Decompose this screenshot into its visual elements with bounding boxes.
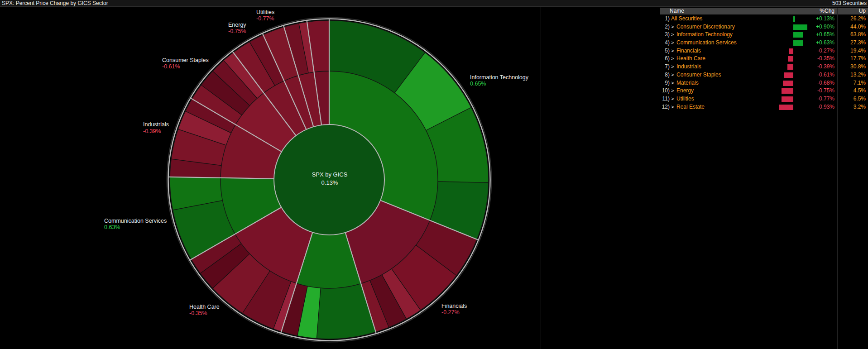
sector-name[interactable]: Real Estate (676, 103, 705, 111)
sector-label-value-communication-services: 0.63% (104, 224, 120, 230)
table-row[interactable]: 9)>Materials-0.68%7.1% (660, 79, 868, 87)
chevron-right-icon: > (671, 31, 676, 39)
table-row[interactable]: 2)>Consumer Discretionary+0.90%44.0% (660, 23, 868, 31)
chg-bar (788, 56, 793, 62)
table-row[interactable]: 8)>Consumer Staples-0.61%13.2% (660, 71, 868, 79)
table-row[interactable]: 10)>Energy-0.75%4.5% (660, 87, 868, 95)
chg-bar (782, 88, 793, 94)
sector-label-value-health-care: -0.35% (189, 310, 207, 316)
table-row[interactable]: 12)>Real Estate-0.93%3.2% (660, 103, 868, 111)
table-row[interactable]: 11)>Utilities-0.77%6.5% (660, 95, 868, 103)
table-row[interactable]: 3)>Information Technology+0.65%63.8% (660, 31, 868, 39)
chg-value: +0.65% (803, 31, 834, 39)
sector-name[interactable]: Consumer Discretionary (676, 23, 735, 31)
chg-bar (793, 40, 803, 46)
chevron-right-icon: > (671, 71, 676, 79)
chg-bar (787, 64, 793, 70)
chevron-right-icon: > (671, 47, 676, 55)
up-percent: 26.2% (839, 15, 866, 23)
sunburst-chart-panel: SPX by GICS0.13%Information Technology0.… (0, 7, 541, 349)
sector-label-financials: Financials (441, 303, 467, 309)
chg-bar (789, 48, 793, 54)
sector-label-value-industrials: -0.39% (143, 128, 161, 134)
chg-value: -0.39% (803, 63, 834, 71)
chg-bar (782, 96, 793, 102)
header-up: Up (859, 8, 866, 14)
chevron-right-icon: > (671, 55, 676, 63)
table-row[interactable]: 4)>Communication Services+0.63%27.3% (660, 39, 868, 47)
row-number: 10) (660, 87, 670, 95)
center-value: 0.13% (321, 179, 338, 186)
table-row[interactable]: 5)>Financials-0.27%19.4% (660, 47, 868, 55)
sector-label-value-consumer-staples: -0.61% (162, 63, 180, 70)
sector-name[interactable]: Energy (676, 87, 694, 95)
sector-name[interactable]: Utilities (676, 95, 694, 103)
sector-label-industrials: Industrials (143, 121, 169, 128)
row-number: 8) (660, 71, 670, 79)
sector-label-value-information-technology: 0.65% (470, 81, 486, 87)
chevron-right-icon: > (671, 79, 676, 87)
chg-value: -0.35% (803, 55, 834, 63)
sunburst-chart: SPX by GICS0.13%Information Technology0.… (0, 0, 660, 349)
sector-label-value-financials: -0.27% (441, 309, 460, 316)
row-number: 2) (660, 23, 670, 31)
sector-table-panel: Name %Chg Up 1)All Securities+0.13%26.2%… (660, 0, 868, 349)
table-row[interactable]: 6)>Health Care-0.35%17.7% (660, 55, 868, 63)
chg-bar (779, 105, 793, 110)
sector-name[interactable]: Health Care (676, 55, 705, 63)
row-number: 3) (660, 31, 670, 39)
sector-name[interactable]: Communication Services (676, 39, 737, 47)
row-number: 11) (660, 95, 670, 103)
sector-label-information-technology: Information Technology (470, 74, 529, 81)
chg-value: -0.93% (803, 103, 834, 111)
row-number: 7) (660, 63, 670, 71)
up-percent: 27.3% (839, 39, 866, 47)
chg-value: -0.75% (803, 87, 834, 95)
sector-label-value-energy: -0.75% (228, 28, 246, 34)
chevron-right-icon: > (671, 23, 676, 31)
up-percent: 13.2% (839, 71, 866, 79)
sector-name[interactable]: Information Technology (676, 31, 733, 39)
chg-value: -0.77% (803, 95, 834, 103)
sector-name[interactable]: Financials (676, 47, 701, 55)
chg-bar (793, 32, 803, 38)
sector-label-utilities: Utilities (256, 9, 274, 15)
sector-name[interactable]: Materials (676, 79, 699, 87)
up-percent: 17.7% (839, 55, 866, 63)
up-percent: 4.5% (839, 87, 866, 95)
chg-value: -0.61% (803, 71, 834, 79)
up-percent: 30.8% (839, 63, 866, 71)
header-name: Name (670, 8, 684, 14)
chg-bar (793, 16, 795, 22)
center-label: SPX by GICS (312, 171, 348, 178)
chevron-right-icon: > (671, 103, 676, 111)
sector-label-communication-services: Communication Services (104, 218, 167, 224)
table-row[interactable]: 1)All Securities+0.13%26.2% (660, 15, 868, 23)
header-chg: %Chg (820, 8, 834, 14)
sector-label-health-care: Health Care (189, 304, 220, 310)
chg-value: +0.63% (803, 39, 834, 47)
sector-label-energy: Energy (228, 22, 246, 28)
row-number: 12) (660, 103, 670, 111)
sector-name[interactable]: Industrials (676, 63, 701, 71)
up-percent: 63.8% (839, 31, 866, 39)
row-number: 4) (660, 39, 670, 47)
chg-bar (784, 72, 793, 78)
chevron-right-icon: > (671, 87, 676, 95)
chg-value: +0.90% (803, 23, 834, 31)
up-percent: 44.0% (839, 23, 866, 31)
table-row[interactable]: 7)>Industrials-0.39%30.8% (660, 63, 868, 71)
up-percent: 3.2% (839, 103, 866, 111)
chevron-right-icon: > (671, 63, 676, 71)
table-rows: 1)All Securities+0.13%26.2%2)>Consumer D… (660, 15, 868, 111)
chg-value: -0.27% (803, 47, 834, 55)
up-percent: 7.1% (839, 79, 866, 87)
sector-label-consumer-staples: Consumer Staples (162, 57, 209, 63)
row-number: 1) (660, 15, 670, 23)
row-number: 9) (660, 79, 670, 87)
sector-name[interactable]: Consumer Staples (676, 71, 721, 79)
chg-bar (783, 81, 793, 86)
sector-label-value-utilities: -0.77% (256, 15, 274, 22)
row-number: 5) (660, 47, 670, 55)
sector-name[interactable]: All Securities (671, 15, 702, 23)
